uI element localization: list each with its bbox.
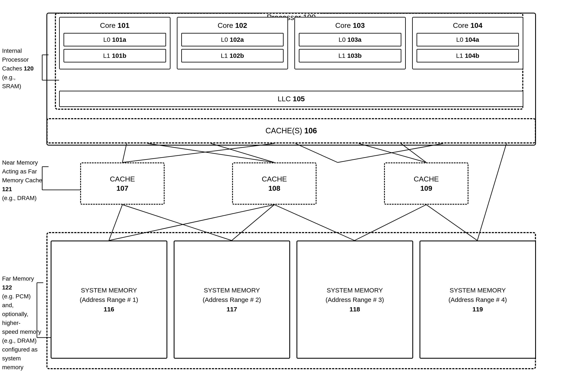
core-box-101: Core 101 L0 101a L1 101b: [59, 17, 170, 70]
cache-108-box: CACHE108: [232, 162, 316, 205]
core-101-l0: L0 101a: [64, 33, 166, 46]
cache-107-box: CACHE107: [80, 162, 165, 205]
cores-row: Core 101 L0 101a L1 101b Core 102 L0 102…: [59, 17, 523, 70]
core-103-l0: L0 103a: [299, 33, 401, 46]
sys-mem-116: SYSTEM MEMORY(Address Range # 1)116: [51, 240, 167, 359]
svg-line-11: [296, 143, 338, 162]
sys-mem-119: SYSTEM MEMORY(Address Range # 4)119: [420, 240, 536, 359]
core-103-title: Core 103: [299, 21, 401, 29]
core-box-104: Core 104 L0 104a L1 104b: [412, 17, 524, 70]
core-103-l1: L1 103b: [299, 49, 401, 62]
core-104-l1: L1 104b: [417, 49, 519, 62]
llc-box: LLC 105: [59, 91, 523, 107]
core-102-l1: L1 102b: [181, 49, 284, 62]
diagram-container: Processor 100 Core 101 L0 101a L1 101b C…: [0, 0, 567, 392]
core-101-title: Core 101: [64, 21, 166, 29]
sys-mem-118: SYSTEM MEMORY(Address Range # 3)118: [297, 240, 413, 359]
svg-line-14: [122, 143, 274, 162]
sys-mem-117: SYSTEM MEMORY(Address Range # 2)117: [174, 240, 290, 359]
core-104-l0: L0 104a: [417, 33, 519, 46]
caches-outer-label: CACHE(S) 106: [266, 126, 317, 135]
sys-mem-117-label: SYSTEM MEMORY(Address Range # 2)117: [203, 285, 261, 314]
cache-109-label: CACHE109: [414, 174, 439, 193]
svg-line-9: [122, 143, 127, 162]
core-102-title: Core 102: [181, 21, 284, 29]
sys-mem-119-label: SYSTEM MEMORY(Address Range # 4)119: [448, 285, 507, 314]
cache-109-box: CACHE109: [384, 162, 468, 205]
svg-line-10: [211, 143, 274, 162]
side-label-internal: Internal ProcessorCaches 120 (e.g.,SRAM): [2, 46, 43, 91]
sys-mem-row: SYSTEM MEMORY(Address Range # 1)116 SYST…: [51, 240, 536, 359]
cache-107-label: CACHE107: [110, 174, 135, 193]
core-104-title: Core 104: [417, 21, 519, 29]
svg-line-12: [401, 143, 426, 162]
svg-line-15: [359, 143, 426, 162]
core-102-l0: L0 102a: [181, 33, 284, 46]
cache-108-label: CACHE108: [262, 174, 287, 193]
core-box-102: Core 102 L0 102a L1 102b: [177, 17, 288, 70]
core-101-l1: L1 101b: [64, 49, 166, 62]
svg-line-16: [338, 143, 443, 162]
side-label-far: Far Memory 122(e.g. PCM) and,optionally,…: [2, 274, 43, 372]
svg-line-13: [148, 143, 274, 162]
core-box-103: Core 103 L0 103a L1 103b: [294, 17, 406, 70]
sys-mem-118-label: SYSTEM MEMORY(Address Range # 3)118: [326, 285, 384, 314]
caches-outer-box: CACHE(S) 106: [46, 118, 536, 143]
svg-line-24: [477, 143, 506, 240]
sys-mem-116-label: SYSTEM MEMORY(Address Range # 1)116: [80, 285, 138, 314]
side-label-near: Near MemoryActing as FarMemory Cache121(…: [2, 158, 43, 203]
